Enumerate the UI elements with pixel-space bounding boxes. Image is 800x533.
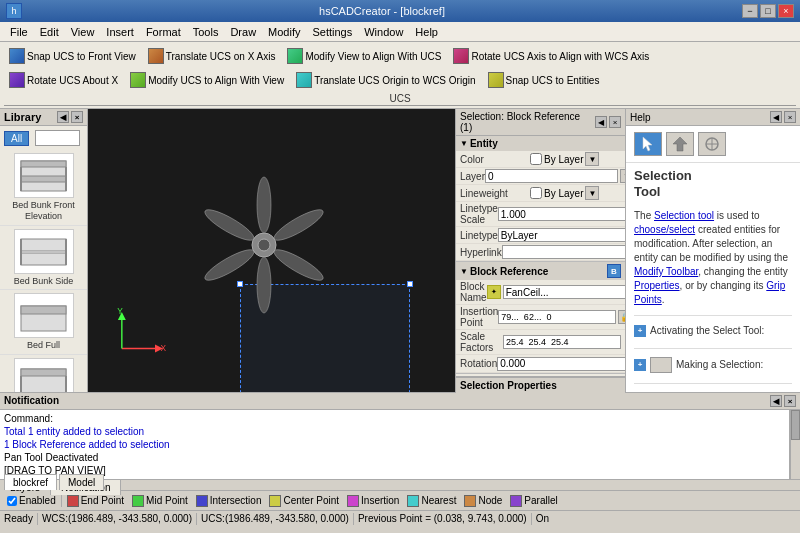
canvas-area[interactable]: X Y [88, 109, 455, 392]
snap-midpoint-label: Mid Point [146, 495, 188, 506]
help-activate-expand-icon[interactable]: + [634, 325, 646, 337]
library-item-bed-full[interactable]: Bed Full [0, 290, 87, 355]
help-activate-section: + Activating the Select Tool: [634, 315, 792, 340]
color-checkbox[interactable] [530, 153, 542, 165]
notification-scrollbar[interactable] [790, 410, 800, 479]
block-name-input[interactable] [503, 285, 636, 299]
linetype-input[interactable] [498, 228, 631, 242]
help-modify-toolbar-link[interactable]: Modify Toolbar [634, 266, 698, 277]
menu-window[interactable]: Window [358, 24, 409, 40]
status-prev-point: Previous Point = (0.038, 9.743, 0.000) [358, 513, 527, 524]
help-activate-label: Activating the Select Tool: [650, 324, 764, 338]
library-all-button[interactable]: All [4, 131, 29, 146]
close-button[interactable]: × [778, 4, 794, 18]
snap-enabled[interactable]: Enabled [4, 495, 59, 506]
snap-nearest-icon [407, 495, 419, 507]
help-pin-btn[interactable]: ◀ [770, 111, 782, 123]
help-making-expand-icon[interactable]: + [634, 359, 646, 371]
library-item-bed-bunk-front[interactable]: Bed Bunk Front Elevation [0, 150, 87, 226]
help-select-icon[interactable] [634, 132, 662, 156]
snap-endpoint-label: End Point [81, 495, 124, 506]
menu-settings[interactable]: Settings [306, 24, 358, 40]
snap-center-point-label: Center Point [283, 495, 339, 506]
menu-view[interactable]: View [65, 24, 101, 40]
help-arrow-icon[interactable] [666, 132, 694, 156]
snap-front-btn[interactable]: Snap UCS to Front View [4, 45, 141, 67]
scale-factors-input[interactable] [503, 335, 621, 349]
notif-line-2: 1 Block Reference added to selection [4, 438, 785, 451]
help-choose-link[interactable]: choose/select [634, 224, 695, 235]
help-close-btn[interactable]: × [784, 111, 796, 123]
entity-section-header[interactable]: ▼ Entity [456, 136, 625, 151]
maximize-button[interactable]: □ [760, 4, 776, 18]
snap-intersection[interactable]: Intersection [193, 495, 265, 507]
insertion-point-input[interactable] [498, 310, 616, 324]
snap-endpoint[interactable]: End Point [64, 495, 127, 507]
selection-panel: Selection: Block Reference (1) ◀ × ▼ Ent… [455, 109, 625, 392]
translate-x-btn[interactable]: Translate UCS on X Axis [143, 45, 281, 67]
help-pan-icon[interactable] [698, 132, 726, 156]
menu-help[interactable]: Help [409, 24, 444, 40]
hyperlink-input[interactable] [502, 245, 635, 259]
svg-point-25 [202, 205, 257, 245]
snap-node[interactable]: Node [461, 495, 505, 507]
snap-insertion[interactable]: Insertion [344, 495, 402, 507]
color-dropdown[interactable]: ▼ [585, 152, 599, 166]
rotation-input[interactable] [497, 357, 630, 371]
menu-format[interactable]: Format [140, 24, 187, 40]
menu-insert[interactable]: Insert [100, 24, 140, 40]
minimize-button[interactable]: − [742, 4, 758, 18]
help-panel: Help ◀ × [625, 109, 800, 392]
menu-tools[interactable]: Tools [187, 24, 225, 40]
notification-pin-btn[interactable]: ◀ [770, 395, 782, 407]
snap-entities-btn[interactable]: Snap UCS to Entities [483, 69, 605, 91]
library-item-bed-full-front[interactable]: Bed Full Front [0, 355, 87, 392]
translate-orig-btn[interactable]: Translate UCS Origin to WCS Origin [291, 69, 480, 91]
lineweight-dropdown[interactable]: ▼ [585, 186, 599, 200]
block-ref-section-header[interactable]: ▼ Block Reference B [456, 262, 625, 280]
library-title: Library [4, 111, 41, 123]
help-properties-link[interactable]: Properties [634, 280, 680, 291]
snap-center-point[interactable]: Center Point [266, 495, 342, 507]
prop-label-scale-factors: Scale Factors [460, 331, 503, 353]
notif-line-1: Total 1 entity added to selection [4, 425, 785, 438]
rotate-axis-btn[interactable]: Rotate UCS Axis to Align with WCS Axis [448, 45, 654, 67]
help-activate-item[interactable]: + Activating the Select Tool: [634, 322, 792, 340]
sel-panel-close-btn[interactable]: × [609, 116, 621, 128]
menu-file[interactable]: File [4, 24, 34, 40]
help-making-item[interactable]: + Making a Selection: [634, 355, 792, 375]
menu-edit[interactable]: Edit [34, 24, 65, 40]
menu-draw[interactable]: Draw [224, 24, 262, 40]
prop-value-lineweight: By Layer ▼ [530, 186, 621, 200]
snap-enabled-checkbox[interactable] [7, 496, 17, 506]
sel-handle-tr[interactable] [407, 281, 413, 287]
bed-full-thumb [14, 293, 74, 338]
lineweight-checkbox[interactable] [530, 187, 542, 199]
rotate-about-btn[interactable]: Rotate UCS About X [4, 69, 123, 91]
modify-view-btn[interactable]: Modify View to Align With UCS [282, 45, 446, 67]
modify-ucs-btn[interactable]: Modify UCS to Align With View [125, 69, 289, 91]
library-pin-btn[interactable]: ◀ [57, 111, 69, 123]
snap-parallel[interactable]: Parallel [507, 495, 560, 507]
menu-modify[interactable]: Modify [262, 24, 306, 40]
library-filter-input[interactable] [35, 130, 80, 146]
snap-midpoint[interactable]: Mid Point [129, 495, 191, 507]
snap-nearest[interactable]: Nearest [404, 495, 459, 507]
help-header-controls: ◀ × [770, 111, 796, 123]
help-tool-title: Selection Tool [626, 163, 800, 203]
tab-blockref[interactable]: blockref [4, 474, 57, 490]
layer-input[interactable] [485, 169, 618, 183]
notification-close-btn[interactable]: × [784, 395, 796, 407]
notification-scroll-thumb[interactable] [791, 410, 800, 440]
sel-panel-pin-btn[interactable]: ◀ [595, 116, 607, 128]
prop-label-insertion-point: Insertion Point [460, 306, 498, 328]
help-selection-link[interactable]: Selection tool [654, 210, 714, 221]
help-options-item[interactable]: + Selection Options (Filters): [634, 390, 792, 392]
tab-model[interactable]: Model [59, 474, 104, 490]
prop-label-layer: Layer [460, 171, 485, 182]
library-close-btn[interactable]: × [71, 111, 83, 123]
selection-panel-title: Selection: Block Reference (1) [460, 111, 595, 133]
help-header-title: Help [630, 112, 651, 123]
linetype-scale-input[interactable] [498, 207, 631, 221]
library-item-bed-bunk-side[interactable]: Bed Bunk Side [0, 226, 87, 291]
